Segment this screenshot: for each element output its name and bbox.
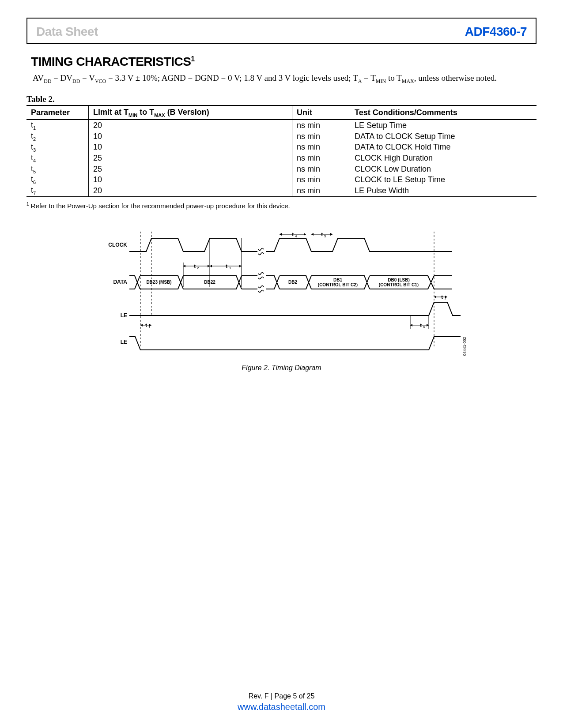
- timing-characteristics-table: Parameter Limit at TMIN to TMAX (B Versi…: [26, 105, 537, 197]
- th-unit: Unit: [292, 105, 350, 120]
- cell-parameter: t3: [26, 142, 89, 153]
- cell-conditions: DATA to CLOCK Hold Time: [350, 142, 537, 153]
- cell-limit: 25: [89, 153, 292, 164]
- svg-text:DB0 (LSB): DB0 (LSB): [388, 278, 409, 282]
- cell-limit: 20: [89, 185, 292, 197]
- timing-diagram-figure: CLOCK t4 t5 t2 t3 DATA: [26, 227, 537, 372]
- table-body: t120ns minLE Setup Timet210ns minDATA to…: [26, 120, 537, 196]
- cell-parameter: t1: [26, 120, 89, 131]
- cell-parameter: t7: [26, 185, 89, 197]
- table-row: t425ns minCLOCK High Duration: [26, 153, 537, 164]
- cell-unit: ns min: [292, 164, 350, 175]
- cell-parameter: t4: [26, 153, 89, 164]
- cell-unit: ns min: [292, 185, 350, 197]
- svg-text:DB1: DB1: [333, 278, 342, 282]
- cell-conditions: LE Setup Time: [350, 120, 537, 131]
- cell-conditions: CLOCK High Duration: [350, 153, 537, 164]
- source-link[interactable]: www.datasheetall.com: [0, 702, 563, 712]
- cell-conditions: DATA to CLOCK Setup Time: [350, 131, 537, 142]
- cell-conditions: LE Pulse Width: [350, 185, 537, 197]
- table-row: t210ns minDATA to CLOCK Setup Time: [26, 131, 537, 142]
- svg-text:DB2: DB2: [288, 280, 297, 285]
- footnote-1: 1 Refer to the Power-Up section for the …: [26, 202, 537, 210]
- revision-line: Rev. F | Page 5 of 25: [0, 692, 563, 700]
- section-title: TIMING CHARACTERISTICS1: [31, 55, 537, 69]
- table-row: t120ns minLE Setup Time: [26, 120, 537, 131]
- doc-type-label: Data Sheet: [36, 25, 98, 39]
- cell-limit: 20: [89, 120, 292, 131]
- part-number: ADF4360-7: [465, 25, 527, 39]
- svg-text:DB22: DB22: [204, 280, 215, 285]
- signal-label-le-2: LE: [120, 339, 127, 345]
- figure-ref-number: 04441-002: [462, 337, 467, 356]
- cell-limit: 10: [89, 142, 292, 153]
- svg-text:(CONTROL BIT C1): (CONTROL BIT C1): [378, 282, 418, 287]
- cell-unit: ns min: [292, 153, 350, 164]
- signal-label-le-1: LE: [120, 312, 127, 319]
- svg-text:6: 6: [423, 325, 425, 329]
- cell-limit: 10: [89, 174, 292, 185]
- table-row: t525ns minCLOCK Low Duration: [26, 164, 537, 175]
- svg-text:(CONTROL BIT C2): (CONTROL BIT C2): [317, 282, 357, 287]
- signal-label-clock: CLOCK: [108, 242, 127, 248]
- svg-text:3: 3: [229, 266, 231, 270]
- table-row: t610ns minCLOCK to LE Setup Time: [26, 174, 537, 185]
- svg-text:5: 5: [324, 234, 326, 238]
- cell-unit: ns min: [292, 120, 350, 131]
- cell-limit: 10: [89, 131, 292, 142]
- table-row: t720ns minLE Pulse Width: [26, 185, 537, 197]
- cell-parameter: t6: [26, 174, 89, 185]
- cell-limit: 25: [89, 164, 292, 175]
- page-footer: Rev. F | Page 5 of 25 www.datasheetall.c…: [0, 692, 563, 712]
- figure-caption: Figure 2. Timing Diagram: [26, 364, 537, 372]
- cell-parameter: t5: [26, 164, 89, 175]
- svg-text:4: 4: [295, 234, 297, 238]
- th-conditions: Test Conditions/Comments: [350, 105, 537, 120]
- cell-unit: ns min: [292, 131, 350, 142]
- table-label: Table 2.: [26, 94, 537, 104]
- svg-text:2: 2: [197, 266, 199, 270]
- cell-conditions: CLOCK Low Duration: [350, 164, 537, 175]
- th-parameter: Parameter: [26, 105, 89, 120]
- signal-label-data: DATA: [113, 279, 127, 285]
- table-row: t310ns minDATA to CLOCK Hold Time: [26, 142, 537, 153]
- test-conditions-line: AVDD = DVDD = VVCO = 3.3 V ± 10%; AGND =…: [33, 73, 537, 85]
- svg-text:DB23 (MSB): DB23 (MSB): [146, 280, 171, 285]
- cell-unit: ns min: [292, 142, 350, 153]
- cell-parameter: t2: [26, 131, 89, 142]
- th-limit: Limit at TMIN to TMAX (B Version): [89, 105, 292, 120]
- page-header: Data Sheet ADF4360-7: [26, 18, 537, 44]
- cell-unit: ns min: [292, 174, 350, 185]
- cell-conditions: CLOCK to LE Setup Time: [350, 174, 537, 185]
